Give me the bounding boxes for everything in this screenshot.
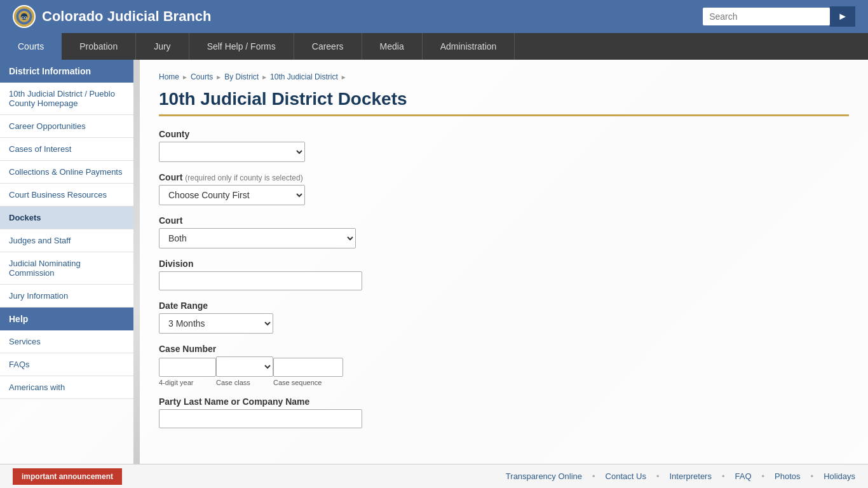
footer-faq[interactable]: FAQ (735, 471, 752, 481)
footer: important announcement Transparency Onli… (0, 464, 868, 488)
nav-jury[interactable]: Jury (136, 33, 189, 60)
footer-interpreters[interactable]: Interpreters (669, 471, 711, 481)
sidebar-item-jury[interactable]: Jury Information (0, 285, 133, 308)
case-seq-group: Case sequence (273, 358, 343, 386)
case-number-group: Case Number 4-digit year Case class Case… (159, 344, 849, 386)
sidebar-item-judicial-nominating[interactable]: Judicial Nominating Commission (0, 252, 133, 285)
breadcrumb-home[interactable]: Home (159, 72, 179, 81)
nav-courts[interactable]: Courts (0, 33, 62, 60)
nav-administration[interactable]: Administration (423, 33, 515, 60)
sidebar-section-district: District Information (0, 60, 133, 83)
date-range-select[interactable]: 3 Months 1 Month 6 Months 1 Year (159, 313, 273, 334)
breadcrumb-10th[interactable]: 10th Judicial District (270, 72, 338, 81)
case-number-row: 4-digit year Case class Case sequence (159, 356, 849, 386)
date-range-label: Date Range (159, 301, 849, 311)
announcement-button[interactable]: important announcement (13, 468, 122, 485)
site-header: CO Colorado Judicial Branch ► (0, 0, 868, 33)
date-range-group: Date Range 3 Months 1 Month 6 Months 1 Y… (159, 301, 849, 334)
breadcrumb-bydistrict[interactable]: By District (224, 72, 259, 81)
case-seq-input[interactable] (273, 358, 343, 377)
footer-holidays[interactable]: Holidays (824, 471, 855, 481)
sidebar-item-homepage[interactable]: 10th Judicial District / Pueblo County H… (0, 83, 133, 115)
breadcrumb-courts[interactable]: Courts (191, 72, 213, 81)
sidebar-item-court-business[interactable]: Court Business Resources (0, 184, 133, 207)
main-content: Home ► Courts ► By District ► 10th Judic… (140, 60, 868, 464)
division-input[interactable] (159, 271, 362, 290)
site-logo: CO (13, 5, 36, 28)
court-label: Court (159, 215, 849, 226)
case-year-input[interactable] (159, 358, 216, 377)
search-area: ► (703, 6, 855, 27)
court-required-label: Court (required only if county is select… (159, 172, 849, 182)
search-input[interactable] (703, 8, 830, 25)
sidebar-help-section: Help (0, 308, 133, 330)
court-required-note: (required only if county is selected) (185, 173, 302, 182)
court-group: Court Both District Court County Court (159, 215, 849, 248)
party-name-group: Party Last Name or Company Name (159, 396, 849, 428)
site-title: Colorado Judicial Branch (42, 8, 212, 25)
breadcrumb-sep-4: ► (341, 74, 347, 81)
court-county-group: Court (required only if county is select… (159, 172, 849, 205)
county-select[interactable] (159, 142, 305, 162)
county-group: County (159, 129, 849, 162)
court-select[interactable]: Both District Court County Court (159, 228, 356, 248)
case-year-group: 4-digit year (159, 358, 216, 386)
party-name-label: Party Last Name or Company Name (159, 396, 849, 407)
nav-media[interactable]: Media (362, 33, 423, 60)
footer-transparency[interactable]: Transparency Online (506, 471, 582, 481)
main-nav: Courts Probation Jury Self Help / Forms … (0, 33, 868, 60)
division-label: Division (159, 259, 849, 269)
sidebar-item-faqs[interactable]: FAQs (0, 353, 133, 376)
sidebar-item-dockets[interactable]: Dockets (0, 207, 133, 229)
sidebar-item-services[interactable]: Services (0, 330, 133, 353)
sidebar: District Information 10th Judicial Distr… (0, 60, 133, 464)
division-group: Division (159, 259, 849, 290)
nav-probation[interactable]: Probation (62, 33, 136, 60)
county-label: County (159, 129, 849, 139)
main-area: District Information 10th Judicial Distr… (0, 60, 868, 464)
footer-links: Transparency Online • Contact Us • Inter… (506, 471, 855, 481)
case-number-label: Case Number (159, 344, 849, 354)
case-class-label: Case class (216, 379, 273, 386)
sidebar-item-judges[interactable]: Judges and Staff (0, 229, 133, 252)
breadcrumb-sep-3: ► (261, 74, 268, 81)
logo-area: CO Colorado Judicial Branch (13, 5, 212, 28)
case-year-label: 4-digit year (159, 379, 216, 386)
sidebar-item-career[interactable]: Career Opportunities (0, 115, 133, 138)
page-title: 10th Judicial District Dockets (159, 89, 849, 116)
footer-contact[interactable]: Contact Us (606, 471, 646, 481)
nav-selfhelp[interactable]: Self Help / Forms (189, 33, 294, 60)
sidebar-item-americans[interactable]: Americans with (0, 376, 133, 399)
case-class-group: Case class (216, 356, 273, 386)
case-seq-label: Case sequence (273, 379, 343, 386)
party-name-input[interactable] (159, 409, 362, 428)
svg-text:CO: CO (21, 15, 27, 20)
nav-careers[interactable]: Careers (294, 33, 362, 60)
breadcrumb-sep-1: ► (182, 74, 188, 81)
sidebar-item-cases[interactable]: Cases of Interest (0, 138, 133, 161)
footer-photos[interactable]: Photos (775, 471, 800, 481)
case-class-select[interactable] (216, 356, 273, 377)
sidebar-item-collections[interactable]: Collections & Online Payments (0, 161, 133, 184)
court-county-select[interactable]: Choose County First (159, 185, 305, 205)
search-button[interactable]: ► (830, 6, 855, 27)
breadcrumb-sep-2: ► (215, 74, 222, 81)
breadcrumb: Home ► Courts ► By District ► 10th Judic… (159, 72, 849, 81)
